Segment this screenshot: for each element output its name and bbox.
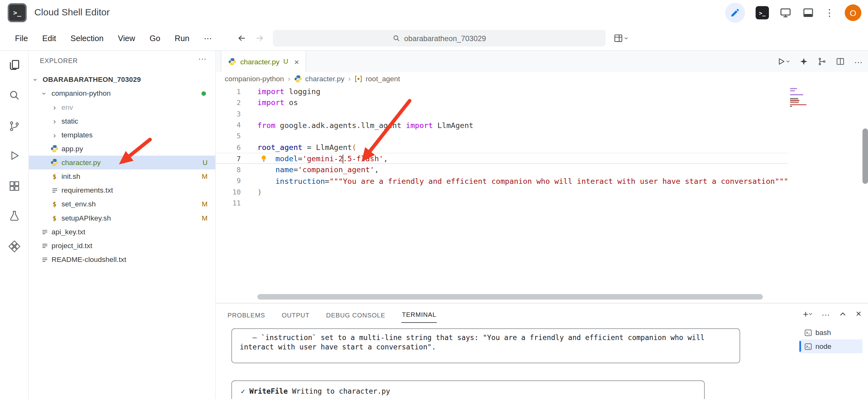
explorer-more-icon[interactable]: ··· xyxy=(198,54,206,63)
toggle-panel-icon[interactable] xyxy=(802,7,814,19)
tree-item-label: api_key.txt xyxy=(52,228,85,236)
code-line-6[interactable]: 6root_agent = LlmAgent( xyxy=(216,142,788,153)
navigate-back-icon[interactable] xyxy=(237,33,247,43)
tree-item-api-key-txt[interactable]: api_key.txt xyxy=(29,225,215,239)
terminal-tab-bash[interactable]: bash xyxy=(799,326,862,339)
cloud-code-activity-icon[interactable] xyxy=(8,240,20,252)
editor-layout-dropdown[interactable]: › xyxy=(613,30,628,47)
panel-tab-debug-console[interactable]: DEBUG CONSOLE xyxy=(326,306,386,323)
gemini-sparkle-icon[interactable] xyxy=(799,57,808,66)
terminal-tab-node[interactable]: node xyxy=(799,339,862,353)
code-line-11[interactable]: 11 xyxy=(216,197,788,209)
code-line-5[interactable]: 5 xyxy=(216,130,788,142)
lightbulb-icon[interactable] xyxy=(260,155,268,163)
maximize-panel-icon[interactable] xyxy=(839,310,847,318)
tree-item-companion-python[interactable]: ›companion-python xyxy=(29,86,215,100)
vertical-scrollbar[interactable] xyxy=(862,129,868,184)
testing-activity-icon[interactable] xyxy=(8,210,20,222)
code-line-2[interactable]: 2import os xyxy=(216,97,788,108)
text-file-icon xyxy=(40,256,49,264)
tree-item-templates[interactable]: ›templates xyxy=(29,128,215,142)
line-number: 1 xyxy=(216,87,241,95)
tree-item-app-py[interactable]: app.py xyxy=(29,142,215,156)
breadcrumb-item-companion-python[interactable]: companion-python xyxy=(225,75,284,83)
folder-chevron-icon: › xyxy=(40,89,49,97)
editor-tab-bar: character.py U × › ··· xyxy=(216,51,868,72)
code-line-8[interactable]: 8 name='companion_agent', xyxy=(216,164,788,175)
navigate-forward-icon[interactable] xyxy=(255,33,265,43)
panel-more-icon[interactable]: ··· xyxy=(822,309,830,319)
tab-label: character.py xyxy=(240,57,279,66)
menu-edit[interactable]: Edit xyxy=(35,34,63,42)
editor-more-actions-icon[interactable]: ··· xyxy=(854,57,862,66)
close-panel-icon[interactable]: × xyxy=(856,308,861,319)
explorer-header: EXPLORER xyxy=(40,57,78,65)
line-number: 9 xyxy=(216,177,241,185)
breadcrumb-separator: › xyxy=(348,75,351,83)
panel-tab-output[interactable]: OUTPUT xyxy=(281,306,310,323)
menu-selection[interactable]: Selection xyxy=(63,34,111,42)
tree-item-obarabaratheon-703029[interactable]: ›OBARABARATHEON_703029 xyxy=(29,72,215,86)
code-line-9[interactable]: 9 instruction="""You are a friendly and … xyxy=(216,175,788,187)
line-number: 6 xyxy=(216,143,241,151)
web-preview-icon[interactable] xyxy=(780,7,792,19)
tree-item-static[interactable]: ›static xyxy=(29,114,215,128)
tree-item-character-py[interactable]: character.pyU xyxy=(29,156,215,170)
menu-more[interactable]: ⋯ xyxy=(197,34,219,42)
breadcrumb-item-character-py[interactable]: character.py xyxy=(294,75,344,83)
menu-go[interactable]: Go xyxy=(143,34,167,42)
panel-tab-terminal[interactable]: TERMINAL xyxy=(401,305,437,323)
git-status-badge: M xyxy=(202,214,208,222)
panel-tab-problems[interactable]: PROBLEMS xyxy=(227,306,266,323)
code-line-3[interactable]: 3 xyxy=(216,108,788,120)
open-terminal-button[interactable]: >_ xyxy=(756,6,769,19)
line-number: 3 xyxy=(216,110,241,118)
code-line-10[interactable]: 10) xyxy=(216,186,788,197)
minimap[interactable] xyxy=(788,86,808,303)
new-terminal-button[interactable]: +› xyxy=(803,309,812,319)
shell-file-icon: $ xyxy=(50,200,59,208)
code-text: import os xyxy=(241,98,298,107)
search-icon xyxy=(393,34,400,42)
code-line-7[interactable]: 7 model='gemini-2.5-flash', xyxy=(216,153,788,164)
code-text: from google.adk.agents.llm_agent import … xyxy=(241,120,473,129)
more-options-icon[interactable]: ⋮ xyxy=(825,7,834,18)
horizontal-scrollbar[interactable] xyxy=(257,294,763,300)
tree-item-readme-cloudshell-txt[interactable]: README-cloudshell.txt xyxy=(29,252,215,266)
terminal-icon xyxy=(804,329,812,337)
editor-content[interactable]: 1import logging2import os34from google.a… xyxy=(216,86,788,303)
cloud-shell-logo-icon: >_ xyxy=(8,3,27,22)
split-editor-icon[interactable] xyxy=(836,57,845,66)
run-python-file-button[interactable]: › xyxy=(777,57,790,66)
tree-item-env[interactable]: ›env xyxy=(29,100,215,114)
tab-character-py[interactable]: character.py U × xyxy=(221,51,306,72)
folder-chevron-icon: › xyxy=(50,117,59,125)
run-debug-activity-icon[interactable] xyxy=(8,150,20,162)
tab-close-icon[interactable]: × xyxy=(294,57,299,66)
tree-item-requirements-txt[interactable]: requirements.txt xyxy=(29,183,215,197)
tree-item-label: companion-python xyxy=(52,89,111,97)
menu-run[interactable]: Run xyxy=(167,34,197,42)
line-number: 10 xyxy=(216,188,241,196)
extensions-activity-icon[interactable] xyxy=(8,180,20,192)
account-avatar[interactable]: O xyxy=(845,4,861,21)
command-center-search[interactable]: obarabaratheon_703029 xyxy=(273,30,606,47)
code-line-1[interactable]: 1import logging xyxy=(216,86,788,97)
line-number: 8 xyxy=(216,165,241,174)
explorer-activity-icon[interactable] xyxy=(8,59,20,71)
run-graph-icon[interactable] xyxy=(817,57,826,66)
text-file-icon xyxy=(40,242,49,250)
tree-item-set-env-sh[interactable]: $set_env.shM xyxy=(29,197,215,211)
edit-mode-button[interactable] xyxy=(725,3,745,23)
tree-item-project-id-txt[interactable]: project_id.txt xyxy=(29,239,215,252)
menu-file[interactable]: File xyxy=(8,34,35,42)
breadcrumb-item-root-agent[interactable]: root_agent xyxy=(355,75,400,83)
terminal-output-block: – `instruction` set to a multi-line stri… xyxy=(231,329,740,363)
editor-group: character.py U × › ··· companion-python›… xyxy=(216,51,868,303)
code-line-4[interactable]: 4from google.adk.agents.llm_agent import… xyxy=(216,120,788,131)
tree-item-setupapikey-sh[interactable]: $setupAPIkey.shM xyxy=(29,211,215,225)
menu-view[interactable]: View xyxy=(111,34,143,42)
tree-item-init-sh[interactable]: $init.shM xyxy=(29,170,215,183)
search-activity-icon[interactable] xyxy=(8,89,20,101)
command-center-text: obarabaratheon_703029 xyxy=(404,34,486,42)
